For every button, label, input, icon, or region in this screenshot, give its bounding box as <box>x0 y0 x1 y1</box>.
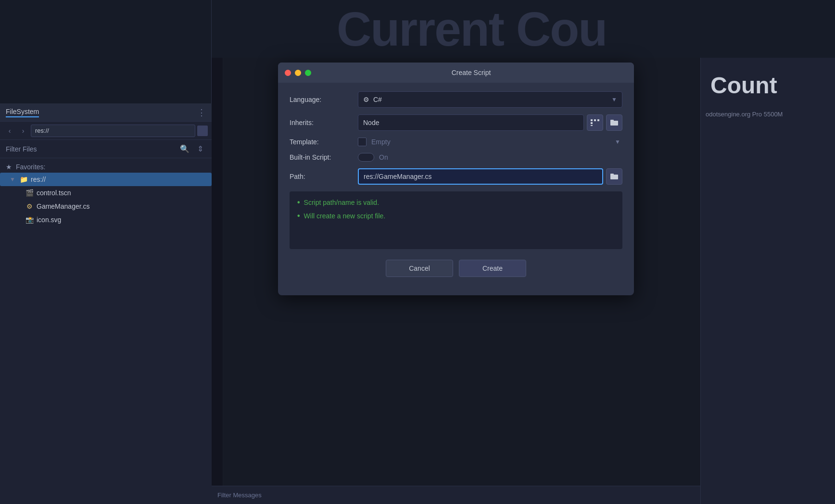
filesystem-tab: FileSystem ⋮ <box>0 103 212 122</box>
tree-item-control-label: control.tscn <box>37 189 71 197</box>
svg-rect-1 <box>594 119 596 121</box>
status-text-2: Will create a new script file. <box>304 212 386 220</box>
file-tree: ★ Favorites: ▼ 📁 res:// 🎬 control.tscn ⚙… <box>0 158 212 229</box>
path-input[interactable] <box>358 168 603 185</box>
dialog-body: Language: ⚙ C# ▼ Inherits: <box>278 83 634 295</box>
path-folder-icon <box>610 173 618 180</box>
template-label: Template: <box>290 138 352 146</box>
path-input-wrapper <box>358 168 622 185</box>
nav-path-display: res:// <box>31 125 195 137</box>
tree-item-icon-label: icon.svg <box>37 216 61 224</box>
left-sidebar: FileSystem ⋮ ‹ › res:// Filter Files 🔍 ⇕… <box>0 0 212 504</box>
svg-rect-4 <box>591 125 593 126</box>
tree-item-gamemanager-label: GameManager.cs <box>37 202 90 210</box>
inherits-input-row <box>358 114 622 131</box>
bottom-bar: Filter Messages <box>212 486 700 504</box>
template-dropdown-arrow[interactable]: ▼ <box>615 139 622 145</box>
inherits-browse-file-button[interactable] <box>606 114 622 131</box>
svg-rect-6 <box>610 120 614 122</box>
tree-item-gamemanager-cs[interactable]: ⚙ GameManager.cs <box>0 200 212 213</box>
language-row: Language: ⚙ C# ▼ <box>290 91 622 108</box>
builtin-row: Built-in Script: On <box>290 153 622 162</box>
svg-rect-8 <box>610 174 614 176</box>
path-row: Path: <box>290 168 622 185</box>
count-label: Count <box>710 72 777 99</box>
dialog-footer: Cancel Create <box>290 257 622 287</box>
traffic-light-minimize[interactable] <box>295 70 301 76</box>
create-button[interactable]: Create <box>459 260 526 277</box>
builtin-control: On <box>358 153 622 162</box>
svg-icon: 📸 <box>25 215 34 224</box>
builtin-toggle[interactable] <box>358 153 374 162</box>
language-label: Language: <box>290 96 352 103</box>
nav-back-button[interactable]: ‹ <box>4 125 15 137</box>
status-bullet-1: • <box>297 198 300 207</box>
favorites-label: Favorites: <box>16 163 45 171</box>
sidebar-top <box>0 0 211 103</box>
tree-item-control-tscn[interactable]: 🎬 control.tscn <box>0 186 212 200</box>
dialog-titlebar: Create Script <box>278 63 634 83</box>
main-area: Create Script Language: ⚙ C# ▼ <box>212 58 700 486</box>
nav-square-button[interactable] <box>197 126 208 136</box>
svg-rect-2 <box>597 119 599 121</box>
nav-forward-button[interactable]: › <box>17 125 29 137</box>
template-row: Template: Empty ▼ <box>290 138 622 146</box>
inherits-browse-tree-button[interactable] <box>587 114 603 131</box>
svg-rect-3 <box>591 122 593 124</box>
scene-icon: 🎬 <box>25 189 34 197</box>
folder-icon: 📁 <box>19 175 28 184</box>
language-dropdown[interactable]: ⚙ C# ▼ <box>358 91 622 108</box>
language-value: C# <box>373 96 382 103</box>
template-placeholder-text: Empty <box>371 138 610 146</box>
favorites-row: ★ Favorites: <box>0 161 212 173</box>
create-script-dialog: Create Script Language: ⚙ C# ▼ <box>278 63 634 295</box>
status-area: • Script path/name is valid. • Will crea… <box>290 191 622 249</box>
filesystem-tab-label[interactable]: FileSystem <box>6 108 39 117</box>
svg-rect-0 <box>591 119 593 121</box>
modal-overlay: Create Script Language: ⚙ C# ▼ <box>212 58 700 486</box>
star-icon: ★ <box>6 163 12 171</box>
inherits-input[interactable] <box>358 114 584 131</box>
right-panel-subtext: odotsengine.org Pro 5500M <box>706 111 830 118</box>
path-browse-button[interactable] <box>606 168 622 185</box>
builtin-toggle-row: On <box>358 153 622 162</box>
tree-item-res[interactable]: ▼ 📁 res:// <box>0 173 212 186</box>
bg-title-text: Current Cou <box>337 1 607 57</box>
template-control: Empty ▼ <box>358 138 622 146</box>
search-icon[interactable]: 🔍 <box>179 143 190 155</box>
tab-menu-icon[interactable]: ⋮ <box>197 107 206 118</box>
filesystem-panel: FileSystem ⋮ ‹ › res:// Filter Files 🔍 ⇕… <box>0 103 212 504</box>
path-label: Path: <box>290 173 352 180</box>
path-control <box>358 168 622 185</box>
filter-files-label: Filter Files <box>6 145 175 153</box>
filter-bar: Filter Files 🔍 ⇕ <box>0 140 212 158</box>
language-control: ⚙ C# ▼ <box>358 91 622 108</box>
status-line-2: • Will create a new script file. <box>297 212 615 220</box>
nav-bar: ‹ › res:// <box>0 122 212 140</box>
status-bullet-2: • <box>297 212 300 220</box>
traffic-light-maximize[interactable] <box>305 70 311 76</box>
builtin-value-label: On <box>379 153 388 161</box>
csharp-script-icon: ⚙ <box>25 202 34 211</box>
inherits-row: Inherits: <box>290 114 622 131</box>
inherits-control <box>358 114 622 131</box>
filter-messages-label: Filter Messages <box>217 491 262 499</box>
inherits-label: Inherits: <box>290 119 352 126</box>
bg-title-area: Current Cou <box>221 0 835 58</box>
status-line-1: • Script path/name is valid. <box>297 198 615 207</box>
right-panel: Count odotsengine.org Pro 5500M <box>700 58 835 504</box>
template-checkbox[interactable] <box>358 138 367 146</box>
template-input-row: Empty ▼ <box>358 138 622 146</box>
caret-down-icon: ▼ <box>10 176 16 183</box>
folder-browse-icon <box>610 119 618 126</box>
tree-item-icon-svg[interactable]: 📸 icon.svg <box>0 213 212 227</box>
filter-options-icon[interactable]: ⇕ <box>194 143 206 155</box>
builtin-label: Built-in Script: <box>290 153 352 161</box>
tree-icon <box>591 119 599 126</box>
cancel-button[interactable]: Cancel <box>386 260 453 277</box>
dialog-title: Create Script <box>315 69 627 76</box>
traffic-light-close[interactable] <box>285 70 291 76</box>
tree-item-res-label: res:// <box>31 176 46 183</box>
csharp-gear-icon: ⚙ <box>363 96 369 103</box>
dropdown-arrow-icon: ▼ <box>611 96 617 103</box>
